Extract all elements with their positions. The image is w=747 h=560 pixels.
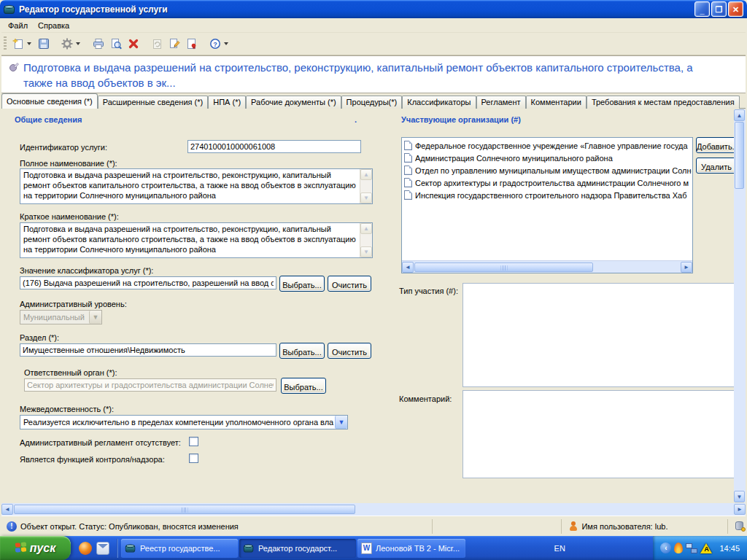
full-name-scrollbar[interactable]: ▲▼ <box>360 169 372 203</box>
service-title: Подготовка и выдача разрешений на строит… <box>23 60 709 89</box>
window-title: Редактор государственной услуги <box>19 4 693 15</box>
scroll-right-icon[interactable]: ► <box>734 504 746 515</box>
menu-help[interactable]: Справка <box>33 20 74 31</box>
list-item[interactable]: Сектор архитектуры и градостроительства … <box>403 176 692 189</box>
tab-main-info[interactable]: Основные сведения (*) <box>1 93 98 109</box>
task-editor[interactable]: Редактор государст... <box>239 539 356 558</box>
app-icon <box>4 4 15 15</box>
section-select-button[interactable]: Выбрать... <box>279 343 325 359</box>
tray-collapse-icon[interactable]: ‹ <box>660 542 671 553</box>
mail-icon[interactable] <box>96 542 109 555</box>
start-button[interactable]: пуск <box>0 536 71 560</box>
flame-icon[interactable] <box>674 542 683 553</box>
network-icon[interactable] <box>686 543 697 553</box>
minimize-button[interactable]: _ <box>694 1 710 17</box>
delete-icon <box>128 38 139 50</box>
interagency-select[interactable]: Реализуется исключительно в пределах ком… <box>20 415 348 429</box>
form-vertical-scrollbar[interactable]: ▲ ▼ <box>734 109 746 502</box>
tab-classifiers[interactable]: Классификаторы <box>402 96 476 109</box>
export-report-button[interactable] <box>183 35 201 52</box>
section-clear-button[interactable]: Очистить <box>328 343 371 359</box>
scroll-left-icon[interactable]: ◄ <box>1 504 13 515</box>
tab-comments[interactable]: Комментарии <box>526 96 587 109</box>
edit-document-button[interactable] <box>166 35 183 52</box>
firefox-icon[interactable] <box>79 542 92 555</box>
short-name-textarea[interactable]: Подготовка и выдача разрешений на строит… <box>20 222 373 258</box>
settings-dropdown-icon[interactable] <box>76 42 80 45</box>
classifier-label: Значение классификатора услуг (*): <box>20 266 153 275</box>
scrollbar-thumb[interactable] <box>14 505 355 514</box>
language-indicator[interactable]: EN <box>549 544 571 553</box>
service-id-label: Идентификатор услуги: <box>20 143 107 152</box>
document-icon <box>404 153 412 163</box>
scrollbar-thumb[interactable] <box>414 262 593 272</box>
scroll-down-icon[interactable]: ▼ <box>360 246 372 257</box>
comment-box[interactable] <box>462 390 737 478</box>
tab-working-documents[interactable]: Рабочие документы (*) <box>246 96 341 109</box>
task-registry[interactable]: Реестр государстве... <box>121 539 238 558</box>
clock[interactable]: 14:45 <box>719 544 740 553</box>
scroll-up-icon[interactable]: ▲ <box>734 109 745 121</box>
no-regulation-label: Административный регламент отсутствует: <box>20 438 181 447</box>
help-icon: ? <box>209 38 221 50</box>
full-name-textarea[interactable]: Подготовка и выдача разрешений на строит… <box>20 168 373 204</box>
preview-icon <box>110 38 122 50</box>
control-function-label: Является функцией контроля/надзора: <box>20 455 165 464</box>
short-name-scrollbar[interactable]: ▲▼ <box>360 223 372 257</box>
quick-launch <box>77 542 112 555</box>
scroll-down-icon[interactable]: ▼ <box>360 192 372 203</box>
participation-type-box[interactable] <box>462 283 737 387</box>
scroll-left-icon[interactable]: ◄ <box>402 262 414 273</box>
menu-file[interactable]: Файл <box>3 20 33 31</box>
classifier-clear-button[interactable]: Очистить <box>328 276 371 292</box>
remove-organization-button[interactable]: Удалить <box>696 158 737 174</box>
form-horizontal-scrollbar[interactable]: ◄ ► <box>1 503 746 516</box>
classifier-select-button[interactable]: Выбрать... <box>279 276 325 292</box>
tab-procedures[interactable]: Процедуры(*) <box>341 96 403 109</box>
delete-button[interactable] <box>125 35 142 52</box>
svg-text:?: ? <box>213 41 217 48</box>
warning-icon[interactable]: A <box>700 543 712 553</box>
refresh-button[interactable] <box>148 35 166 52</box>
service-id-input[interactable] <box>187 140 361 153</box>
chevron-down-icon[interactable]: ▼ <box>335 416 347 429</box>
toolbar-grip[interactable] <box>4 36 7 51</box>
close-button[interactable]: ✕ <box>728 1 743 17</box>
toolbar: ? <box>1 33 746 55</box>
scroll-up-icon[interactable]: ▲ <box>360 223 372 234</box>
list-item[interactable]: Отдел по управлению муниципальным имущес… <box>403 164 692 176</box>
scroll-right-icon[interactable]: ► <box>681 262 692 273</box>
settings-button[interactable] <box>58 35 76 52</box>
tab-extended-info[interactable]: Расширенные сведения (*) <box>98 96 209 109</box>
scroll-down-icon[interactable]: ▼ <box>734 491 745 502</box>
print-button[interactable] <box>90 35 107 52</box>
scroll-up-icon[interactable]: ▲ <box>360 169 372 180</box>
classifier-input[interactable] <box>20 276 276 289</box>
maximize-button[interactable]: ❒ <box>711 1 727 17</box>
tab-place-requirements[interactable]: Требования к местам предоставления <box>587 96 740 109</box>
organizations-list[interactable]: Федеральное государственное учреждение «… <box>401 137 693 273</box>
document-icon <box>404 141 412 150</box>
control-function-checkbox[interactable] <box>189 454 198 463</box>
scrollbar-thumb[interactable] <box>735 122 744 189</box>
preview-button[interactable] <box>107 35 125 52</box>
save-button[interactable] <box>35 35 53 52</box>
help-button[interactable]: ? <box>206 35 224 52</box>
add-organization-button[interactable]: Добавить... <box>696 137 738 153</box>
tab-npa[interactable]: НПА (*) <box>208 96 246 109</box>
list-horizontal-scrollbar[interactable]: ◄ ► <box>402 260 692 273</box>
help-dropdown-icon[interactable] <box>224 42 228 45</box>
section-label: Раздел (*): <box>20 333 59 342</box>
general-section-dot: . <box>355 115 357 124</box>
new-document-dropdown-icon[interactable] <box>27 42 31 45</box>
responsible-select-button[interactable]: Выбрать... <box>281 378 326 394</box>
new-document-button[interactable] <box>9 35 27 52</box>
task-word-document[interactable]: W Леоновой ТВ 2 - Micr... <box>357 539 465 558</box>
tab-regulation[interactable]: Регламент <box>476 96 526 109</box>
list-item[interactable]: Федеральное государственное учреждение «… <box>403 139 692 152</box>
list-item[interactable]: Администрация Солнечного муниципального … <box>403 152 692 164</box>
list-item[interactable]: Инспекция государственного строительного… <box>403 189 692 201</box>
no-regulation-checkbox[interactable] <box>189 437 198 446</box>
section-input[interactable] <box>20 343 276 357</box>
form-content: Общие сведения . Идентификатор услуги: П… <box>1 109 746 503</box>
